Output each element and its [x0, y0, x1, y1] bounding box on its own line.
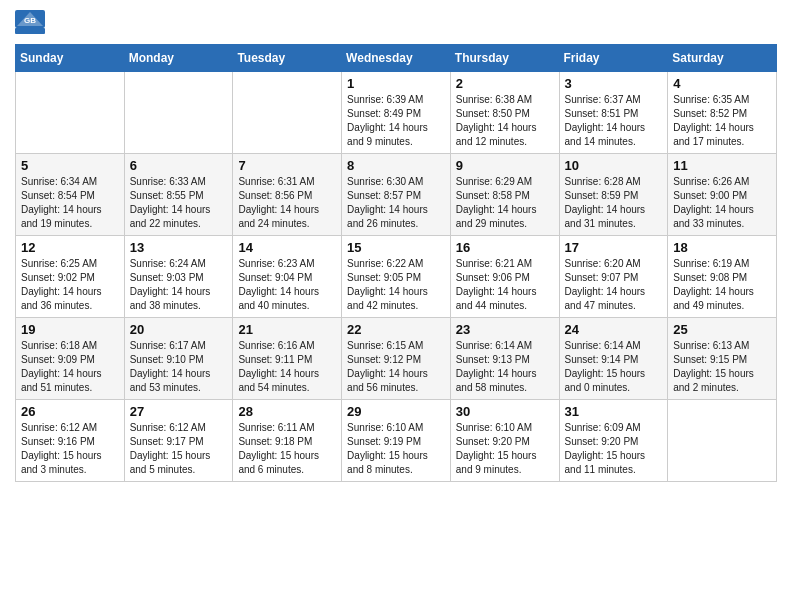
calendar-cell: 21Sunrise: 6:16 AM Sunset: 9:11 PM Dayli…	[233, 318, 342, 400]
day-detail: Sunrise: 6:19 AM Sunset: 9:08 PM Dayligh…	[673, 257, 771, 313]
calendar-cell: 2Sunrise: 6:38 AM Sunset: 8:50 PM Daylig…	[450, 72, 559, 154]
calendar-cell: 3Sunrise: 6:37 AM Sunset: 8:51 PM Daylig…	[559, 72, 668, 154]
day-number: 13	[130, 240, 228, 255]
day-number: 19	[21, 322, 119, 337]
calendar-cell: 29Sunrise: 6:10 AM Sunset: 9:19 PM Dayli…	[342, 400, 451, 482]
day-number: 27	[130, 404, 228, 419]
day-number: 16	[456, 240, 554, 255]
day-detail: Sunrise: 6:26 AM Sunset: 9:00 PM Dayligh…	[673, 175, 771, 231]
day-detail: Sunrise: 6:21 AM Sunset: 9:06 PM Dayligh…	[456, 257, 554, 313]
calendar-cell: 26Sunrise: 6:12 AM Sunset: 9:16 PM Dayli…	[16, 400, 125, 482]
calendar-cell: 30Sunrise: 6:10 AM Sunset: 9:20 PM Dayli…	[450, 400, 559, 482]
day-number: 18	[673, 240, 771, 255]
calendar-cell: 9Sunrise: 6:29 AM Sunset: 8:58 PM Daylig…	[450, 154, 559, 236]
calendar-cell: 10Sunrise: 6:28 AM Sunset: 8:59 PM Dayli…	[559, 154, 668, 236]
day-number: 28	[238, 404, 336, 419]
day-number: 20	[130, 322, 228, 337]
day-number: 29	[347, 404, 445, 419]
day-number: 15	[347, 240, 445, 255]
calendar-cell	[668, 400, 777, 482]
calendar-cell: 24Sunrise: 6:14 AM Sunset: 9:14 PM Dayli…	[559, 318, 668, 400]
page-header: GB	[15, 10, 777, 34]
calendar-cell: 25Sunrise: 6:13 AM Sunset: 9:15 PM Dayli…	[668, 318, 777, 400]
day-detail: Sunrise: 6:16 AM Sunset: 9:11 PM Dayligh…	[238, 339, 336, 395]
day-detail: Sunrise: 6:39 AM Sunset: 8:49 PM Dayligh…	[347, 93, 445, 149]
calendar-cell: 5Sunrise: 6:34 AM Sunset: 8:54 PM Daylig…	[16, 154, 125, 236]
day-number: 3	[565, 76, 663, 91]
day-number: 6	[130, 158, 228, 173]
calendar-cell: 18Sunrise: 6:19 AM Sunset: 9:08 PM Dayli…	[668, 236, 777, 318]
day-detail: Sunrise: 6:22 AM Sunset: 9:05 PM Dayligh…	[347, 257, 445, 313]
day-number: 5	[21, 158, 119, 173]
day-header-sunday: Sunday	[16, 45, 125, 72]
day-detail: Sunrise: 6:30 AM Sunset: 8:57 PM Dayligh…	[347, 175, 445, 231]
calendar-week-row: 5Sunrise: 6:34 AM Sunset: 8:54 PM Daylig…	[16, 154, 777, 236]
day-detail: Sunrise: 6:14 AM Sunset: 9:14 PM Dayligh…	[565, 339, 663, 395]
day-header-thursday: Thursday	[450, 45, 559, 72]
day-number: 10	[565, 158, 663, 173]
logo: GB	[15, 10, 49, 34]
day-detail: Sunrise: 6:10 AM Sunset: 9:19 PM Dayligh…	[347, 421, 445, 477]
calendar-cell: 11Sunrise: 6:26 AM Sunset: 9:00 PM Dayli…	[668, 154, 777, 236]
calendar-cell: 4Sunrise: 6:35 AM Sunset: 8:52 PM Daylig…	[668, 72, 777, 154]
calendar-cell: 23Sunrise: 6:14 AM Sunset: 9:13 PM Dayli…	[450, 318, 559, 400]
day-header-wednesday: Wednesday	[342, 45, 451, 72]
calendar-week-row: 26Sunrise: 6:12 AM Sunset: 9:16 PM Dayli…	[16, 400, 777, 482]
calendar-cell: 17Sunrise: 6:20 AM Sunset: 9:07 PM Dayli…	[559, 236, 668, 318]
day-number: 14	[238, 240, 336, 255]
day-number: 31	[565, 404, 663, 419]
calendar-cell: 27Sunrise: 6:12 AM Sunset: 9:17 PM Dayli…	[124, 400, 233, 482]
day-detail: Sunrise: 6:37 AM Sunset: 8:51 PM Dayligh…	[565, 93, 663, 149]
calendar-cell: 16Sunrise: 6:21 AM Sunset: 9:06 PM Dayli…	[450, 236, 559, 318]
calendar-cell: 28Sunrise: 6:11 AM Sunset: 9:18 PM Dayli…	[233, 400, 342, 482]
day-detail: Sunrise: 6:15 AM Sunset: 9:12 PM Dayligh…	[347, 339, 445, 395]
calendar-cell: 1Sunrise: 6:39 AM Sunset: 8:49 PM Daylig…	[342, 72, 451, 154]
day-detail: Sunrise: 6:12 AM Sunset: 9:16 PM Dayligh…	[21, 421, 119, 477]
logo-icon: GB	[15, 10, 45, 34]
day-number: 30	[456, 404, 554, 419]
day-number: 7	[238, 158, 336, 173]
calendar-cell	[124, 72, 233, 154]
day-detail: Sunrise: 6:38 AM Sunset: 8:50 PM Dayligh…	[456, 93, 554, 149]
day-number: 2	[456, 76, 554, 91]
day-detail: Sunrise: 6:31 AM Sunset: 8:56 PM Dayligh…	[238, 175, 336, 231]
calendar-cell: 15Sunrise: 6:22 AM Sunset: 9:05 PM Dayli…	[342, 236, 451, 318]
day-detail: Sunrise: 6:12 AM Sunset: 9:17 PM Dayligh…	[130, 421, 228, 477]
calendar-cell: 8Sunrise: 6:30 AM Sunset: 8:57 PM Daylig…	[342, 154, 451, 236]
calendar-week-row: 1Sunrise: 6:39 AM Sunset: 8:49 PM Daylig…	[16, 72, 777, 154]
calendar-cell: 12Sunrise: 6:25 AM Sunset: 9:02 PM Dayli…	[16, 236, 125, 318]
calendar-cell	[16, 72, 125, 154]
day-detail: Sunrise: 6:24 AM Sunset: 9:03 PM Dayligh…	[130, 257, 228, 313]
calendar-cell	[233, 72, 342, 154]
day-detail: Sunrise: 6:13 AM Sunset: 9:15 PM Dayligh…	[673, 339, 771, 395]
day-number: 17	[565, 240, 663, 255]
day-number: 26	[21, 404, 119, 419]
day-number: 22	[347, 322, 445, 337]
day-number: 21	[238, 322, 336, 337]
calendar-cell: 14Sunrise: 6:23 AM Sunset: 9:04 PM Dayli…	[233, 236, 342, 318]
day-header-tuesday: Tuesday	[233, 45, 342, 72]
calendar-cell: 20Sunrise: 6:17 AM Sunset: 9:10 PM Dayli…	[124, 318, 233, 400]
day-detail: Sunrise: 6:23 AM Sunset: 9:04 PM Dayligh…	[238, 257, 336, 313]
svg-text:GB: GB	[24, 16, 36, 25]
day-header-monday: Monday	[124, 45, 233, 72]
day-detail: Sunrise: 6:35 AM Sunset: 8:52 PM Dayligh…	[673, 93, 771, 149]
day-header-friday: Friday	[559, 45, 668, 72]
day-detail: Sunrise: 6:09 AM Sunset: 9:20 PM Dayligh…	[565, 421, 663, 477]
day-detail: Sunrise: 6:28 AM Sunset: 8:59 PM Dayligh…	[565, 175, 663, 231]
calendar-week-row: 19Sunrise: 6:18 AM Sunset: 9:09 PM Dayli…	[16, 318, 777, 400]
day-detail: Sunrise: 6:33 AM Sunset: 8:55 PM Dayligh…	[130, 175, 228, 231]
day-detail: Sunrise: 6:14 AM Sunset: 9:13 PM Dayligh…	[456, 339, 554, 395]
day-number: 1	[347, 76, 445, 91]
day-header-saturday: Saturday	[668, 45, 777, 72]
calendar-table: SundayMondayTuesdayWednesdayThursdayFrid…	[15, 44, 777, 482]
calendar-cell: 7Sunrise: 6:31 AM Sunset: 8:56 PM Daylig…	[233, 154, 342, 236]
day-number: 23	[456, 322, 554, 337]
svg-rect-2	[15, 28, 45, 34]
day-number: 11	[673, 158, 771, 173]
day-number: 24	[565, 322, 663, 337]
day-number: 9	[456, 158, 554, 173]
day-detail: Sunrise: 6:25 AM Sunset: 9:02 PM Dayligh…	[21, 257, 119, 313]
day-detail: Sunrise: 6:17 AM Sunset: 9:10 PM Dayligh…	[130, 339, 228, 395]
day-detail: Sunrise: 6:34 AM Sunset: 8:54 PM Dayligh…	[21, 175, 119, 231]
